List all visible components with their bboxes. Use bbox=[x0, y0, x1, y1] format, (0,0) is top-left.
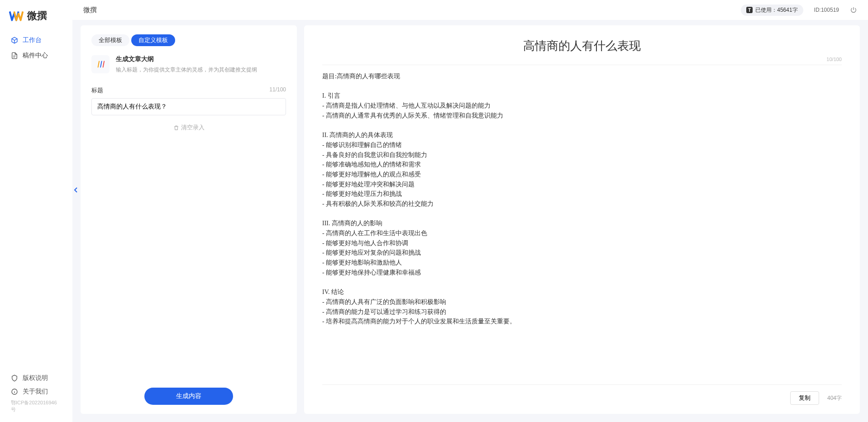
sidebar-item-drafts[interactable]: 稿件中心 bbox=[11, 52, 62, 60]
page-title: 微撰 bbox=[83, 6, 97, 14]
title-input[interactable] bbox=[91, 98, 286, 115]
sidebar-item-label: 稿件中心 bbox=[23, 52, 48, 60]
shield-icon bbox=[11, 375, 18, 382]
logo-text: 微撰 bbox=[27, 9, 47, 23]
field-label: 标题 bbox=[91, 86, 103, 95]
logo-icon bbox=[9, 9, 24, 22]
icp-text: 鄂ICP备2022016946号 bbox=[0, 396, 72, 413]
usage-text: 已使用：45641字 bbox=[755, 6, 797, 14]
sidebar-item-workspace[interactable]: 工作台 bbox=[11, 36, 62, 44]
nav: 工作台 稿件中心 bbox=[0, 36, 72, 374]
sidebar-item-label: 工作台 bbox=[23, 36, 42, 44]
template-card: 生成文章大纲 输入标题，为你提供文章主体的灵感，并为其创建推文提纲 bbox=[91, 55, 286, 74]
topbar-right: T 已使用：45641字 ID:100519 bbox=[741, 5, 857, 16]
power-icon[interactable] bbox=[850, 6, 857, 14]
main: 微撰 T 已使用：45641字 ID:100519 全部模板 自定义模板 bbox=[72, 0, 868, 422]
right-panel: 高情商的人有什么表现 10/100 题目:高情商的人有哪些表现 I. 引言 - … bbox=[304, 25, 860, 414]
sidebar-item-label: 版权说明 bbox=[23, 374, 48, 382]
sidebar: 微撰 工作台 稿件中心 版权说明 关于我 bbox=[0, 0, 72, 422]
info-icon bbox=[11, 388, 18, 395]
result-body: 题目:高情商的人有哪些表现 I. 引言 - 高情商是指人们处理情绪、与他人互动以… bbox=[322, 71, 842, 384]
text-icon: T bbox=[746, 7, 753, 13]
word-count: 404字 bbox=[827, 394, 842, 402]
logo: 微撰 bbox=[0, 9, 72, 36]
template-title: 生成文章大纲 bbox=[116, 55, 286, 63]
copy-button[interactable]: 复制 bbox=[790, 391, 819, 405]
tab-all-templates[interactable]: 全部模板 bbox=[91, 34, 129, 46]
collapse-handle[interactable] bbox=[72, 185, 79, 194]
clear-label: 清空录入 bbox=[181, 123, 205, 132]
tabs: 全部模板 自定义模板 bbox=[91, 34, 286, 46]
sidebar-item-about[interactable]: 关于我们 bbox=[11, 388, 62, 396]
sidebar-item-copyright[interactable]: 版权说明 bbox=[11, 374, 62, 382]
usage-badge: T 已使用：45641字 bbox=[741, 5, 803, 16]
left-footer: 生成内容 bbox=[91, 388, 286, 405]
cube-icon bbox=[11, 37, 18, 44]
template-icon bbox=[91, 55, 110, 73]
clear-button[interactable]: 清空录入 bbox=[91, 123, 286, 132]
result-meta: 10/100 bbox=[322, 57, 842, 65]
trash-icon bbox=[173, 125, 179, 131]
tab-custom-templates[interactable]: 自定义模板 bbox=[131, 34, 175, 46]
user-id: ID:100519 bbox=[814, 7, 839, 13]
char-count: 11/100 bbox=[269, 86, 286, 95]
result-footer: 复制 404字 bbox=[322, 384, 842, 405]
generate-button[interactable]: 生成内容 bbox=[144, 388, 233, 405]
topbar: 微撰 T 已使用：45641字 ID:100519 bbox=[72, 0, 868, 20]
template-desc: 输入标题，为你提供文章主体的灵感，并为其创建推文提纲 bbox=[116, 66, 286, 74]
sidebar-footer: 版权说明 关于我们 bbox=[0, 374, 72, 396]
sidebar-item-label: 关于我们 bbox=[23, 388, 48, 396]
document-icon bbox=[11, 52, 18, 59]
field-label-row: 标题 11/100 bbox=[91, 86, 286, 95]
left-panel: 全部模板 自定义模板 生成文章大纲 输入标题，为你提供文章主体的灵感，并为其创建… bbox=[81, 25, 297, 414]
content: 全部模板 自定义模板 生成文章大纲 输入标题，为你提供文章主体的灵感，并为其创建… bbox=[72, 20, 868, 422]
result-title: 高情商的人有什么表现 bbox=[322, 38, 842, 54]
template-info: 生成文章大纲 输入标题，为你提供文章主体的灵感，并为其创建推文提纲 bbox=[116, 55, 286, 74]
